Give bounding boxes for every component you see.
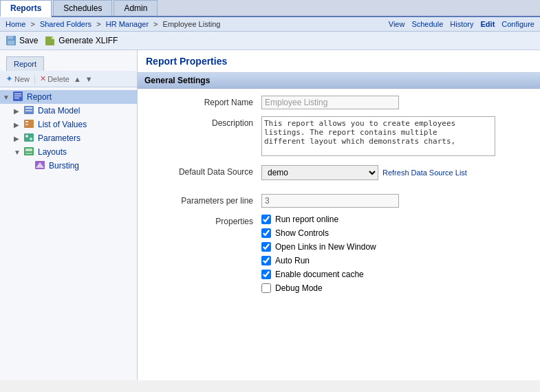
down-icon: ▼ [85,75,93,83]
delete-button[interactable]: ✕ Delete [40,74,69,83]
panel-toolbar: ✦ New | ✕ Delete ▲ ▼ [0,71,137,87]
new-icon: ✦ [6,74,13,84]
form-area: Report Name Description This report allo… [138,89,540,307]
svg-rect-9 [14,98,19,98]
svg-rect-7 [14,94,21,94]
auto-run-label: Auto Run [275,256,310,265]
enable-cache-checkbox[interactable] [261,270,271,279]
sep3: > [153,20,158,28]
save-button[interactable]: Save [6,35,38,46]
parameters-icon [23,133,36,144]
tree-item-data-model[interactable]: ▶ Data Model [11,104,137,118]
move-up-button[interactable]: ▲ [74,75,81,83]
general-settings-header: General Settings [138,73,540,89]
xliff-icon [45,35,56,46]
auto-run-checkbox[interactable] [261,256,271,265]
run-online-checkbox[interactable] [261,215,271,224]
tree-child-bursting: Bursting [11,159,137,173]
enable-cache-label: Enable document cache [275,270,364,279]
data-source-value: demo Refresh Data Source List [261,165,526,180]
tree-child-data-model: ▶ Data Model [0,104,137,118]
data-source-row: Default Data Source demo Refresh Data So… [151,165,526,180]
new-button[interactable]: ✦ New [6,74,30,84]
parameters-label: Parameters [38,133,80,143]
description-value: This report allows you to create employe… [261,116,526,158]
tab-schedules[interactable]: Schedules [53,0,112,16]
open-links-checkbox[interactable] [261,242,271,252]
action-history[interactable]: History [450,20,473,28]
breadcrumb-actions: View Schedule History Edit Configure [389,20,534,28]
tab-reports[interactable]: Reports [0,0,52,17]
debug-mode-checkbox[interactable] [261,283,271,293]
show-controls-checkbox[interactable] [261,228,271,238]
tree-item-layouts[interactable]: ▼ Layouts [11,145,137,159]
report-name-row: Report Name [151,96,526,109]
report-label: Report [27,92,52,102]
breadcrumb-home[interactable]: Home [6,20,25,28]
move-down-button[interactable]: ▼ [85,75,93,83]
tree-item-report[interactable]: ▼ Report [0,90,137,104]
action-configure[interactable]: Configure [501,20,534,28]
checkbox-show-controls: Show Controls [261,228,526,238]
bursting-label: Bursting [49,161,79,171]
action-schedule[interactable]: Schedule [411,20,443,28]
bursting-icon [34,160,47,171]
svg-point-18 [30,138,32,140]
toggle-parameters: ▶ [14,135,23,142]
tree-item-parameters[interactable]: ▶ Parameters [11,131,137,145]
tab-admin[interactable]: Admin [114,0,158,16]
svg-rect-2 [8,41,14,45]
svg-rect-15 [25,124,28,125]
tree-item-bursting[interactable]: Bursting [22,159,137,173]
tree-item-list-of-values[interactable]: ▶ List of Values [11,118,137,131]
toolbar: Save Generate XLIFF [0,32,540,50]
description-textarea[interactable]: This report allows you to create employe… [261,116,495,156]
sep1: > [30,20,34,28]
tree-child-layouts: ▼ Layouts Bursting [0,145,137,173]
save-label: Save [19,36,38,45]
params-per-line-input[interactable] [261,194,399,208]
svg-rect-12 [25,110,32,111]
report-icon [12,91,25,102]
right-panel: Report Properties General Settings Repor… [138,50,540,380]
toggle-report: ▼ [3,94,12,101]
breadcrumb-shared[interactable]: Shared Folders [40,20,91,28]
checkbox-enable-cache: Enable document cache [261,270,526,279]
checkbox-debug-mode: Debug Mode [261,283,526,293]
action-view[interactable]: View [389,20,405,28]
checkbox-run-online: Run report online [261,215,526,224]
action-edit[interactable]: Edit [481,20,495,28]
checkbox-auto-run: Auto Run [261,256,526,265]
report-name-value [261,96,526,109]
panel-tab-report[interactable]: Report [6,56,44,71]
breadcrumb-hr[interactable]: HR Manager [106,20,149,28]
properties-label: Properties [151,215,261,226]
list-of-values-icon [23,119,36,130]
checkbox-open-links: Open Links in New Window [261,242,526,252]
list-of-values-label: List of Values [38,120,87,129]
data-source-select[interactable]: demo [261,165,378,180]
description-row: Description This report allows you to cr… [151,116,526,158]
main-area: Report ✦ New | ✕ Delete ▲ ▼ ▼ [0,50,540,380]
properties-row: Properties Run report online Show Contro… [151,215,526,293]
sep2: > [96,20,100,28]
generate-xliff-button[interactable]: Generate XLIFF [45,35,118,46]
delete-label: Delete [47,75,69,83]
tree: ▼ Report ▶ Data Model ▶ [0,87,137,175]
up-icon: ▲ [74,75,81,83]
svg-point-17 [25,135,28,138]
layouts-icon [23,146,36,157]
report-name-label: Report Name [151,96,261,107]
breadcrumb: Home > Shared Folders > HR Manager > Emp… [6,20,220,28]
params-per-line-row: Parameters per line [151,194,526,208]
breadcrumb-bar: Home > Shared Folders > HR Manager > Emp… [0,17,540,32]
refresh-link[interactable]: Refresh Data Source List [382,168,467,177]
svg-rect-20 [25,149,32,151]
svg-rect-14 [25,121,28,122]
report-name-input[interactable] [261,96,399,109]
debug-mode-label: Debug Mode [275,283,323,293]
svg-rect-16 [24,133,34,142]
layouts-label: Layouts [38,147,67,157]
tree-child-list-of-values: ▶ List of Values [0,118,137,131]
svg-rect-21 [25,153,32,154]
